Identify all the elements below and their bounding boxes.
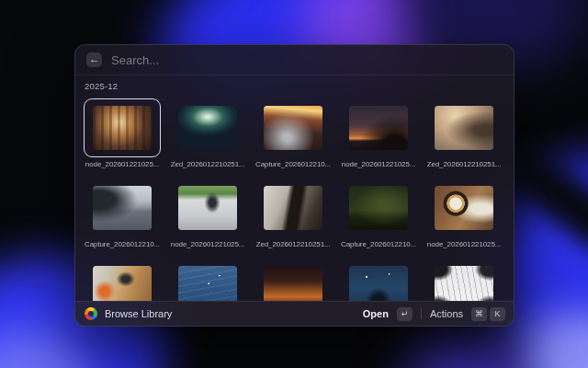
search-bar: ← <box>75 45 514 75</box>
photo-item[interactable] <box>425 259 503 301</box>
photo-item[interactable]: node_202601221025... <box>340 98 417 170</box>
photo-item[interactable] <box>340 259 417 301</box>
library-source-icon <box>85 307 97 320</box>
swimmer-starry-water-thumbnail <box>349 266 408 301</box>
photo-filename: Capture_2026012210... <box>340 240 417 250</box>
road-through-trees-thumbnail <box>178 106 237 150</box>
photo-filename: node_202601221025... <box>169 240 246 250</box>
k-key-icon: K <box>490 307 505 321</box>
photo-thumbnail-frame <box>254 259 332 301</box>
photo-filename: node_202601221025... <box>84 160 161 170</box>
desk-orange-chair-thumbnail <box>93 266 152 301</box>
photo-thumbnail-frame <box>169 178 246 237</box>
photo-thumbnail-frame <box>84 178 161 237</box>
foggy-sepia-tree-thumbnail <box>435 106 493 150</box>
blue-ocean-birds-thumbnail <box>178 266 237 301</box>
photo-thumbnail-frame <box>254 98 332 157</box>
photo-filename: node_202601221025... <box>340 160 417 170</box>
photo-item[interactable] <box>84 259 161 301</box>
cmd-key-icon: ⌘ <box>471 307 487 321</box>
photo-thumbnail-frame <box>340 178 417 237</box>
desert-dunes-dusk-thumbnail <box>264 266 322 301</box>
dusk-sky-tree-silhouette-thumbnail <box>349 106 408 150</box>
photo-item[interactable] <box>169 259 246 301</box>
person-walking-pavement-thumbnail <box>178 186 237 230</box>
library-source-label: Browse Library <box>105 308 172 319</box>
search-input[interactable] <box>111 53 503 67</box>
photo-item[interactable]: node_202601221025... <box>425 178 503 250</box>
photo-thumbnail-frame <box>425 259 503 301</box>
photo-item[interactable]: Zed_2026012210251... <box>425 98 503 170</box>
dark-green-night-sky-thumbnail <box>349 186 408 230</box>
return-key-icon: ↵ <box>397 307 413 321</box>
photo-item[interactable]: Zed_2026012210251... <box>254 178 332 250</box>
results-area: 2025-12 node_202601221025...Zed_20260122… <box>75 75 514 301</box>
photo-item[interactable]: node_202601221025... <box>169 178 246 250</box>
photo-thumbnail-frame <box>425 98 503 157</box>
photo-item[interactable] <box>254 259 332 301</box>
photo-filename: node_202601221025... <box>425 240 503 250</box>
calm-lake-dusk-thumbnail <box>93 186 152 230</box>
photo-grid: node_202601221025...Zed_2026012210251...… <box>84 98 511 301</box>
latte-on-wood-table-thumbnail <box>435 186 493 230</box>
photo-filename: Capture_2026012210... <box>254 160 332 170</box>
photo-item[interactable]: Capture_2026012210... <box>340 178 417 250</box>
sunlit-forest-thumbnail <box>93 106 152 150</box>
photo-thumbnail-frame <box>84 98 161 157</box>
photo-thumbnail-frame <box>254 178 332 237</box>
photo-filename: Zed_2026012210251... <box>425 160 503 170</box>
photo-item[interactable]: node_202601221025... <box>84 98 161 170</box>
photo-item[interactable]: Capture_2026012210... <box>84 178 161 250</box>
actions-button[interactable]: Actions <box>430 308 463 319</box>
photo-thumbnail-frame <box>340 98 417 157</box>
photo-thumbnail-frame <box>169 98 246 157</box>
photo-item[interactable]: Zed_2026012210251... <box>169 98 246 170</box>
footer-divider <box>421 308 422 319</box>
photo-item[interactable]: Capture_2026012210... <box>254 98 332 170</box>
footer-bar: Browse Library Open ↵ Actions ⌘ K <box>75 301 514 326</box>
photo-thumbnail-frame <box>340 259 417 301</box>
back-arrow-icon: ← <box>89 53 99 64</box>
sunset-rocky-stream-thumbnail <box>264 106 322 150</box>
open-button[interactable]: Open <box>363 308 389 319</box>
photo-thumbnail-frame <box>84 259 161 301</box>
section-header-date: 2025-12 <box>85 81 514 91</box>
photo-filename: Zed_2026012210251... <box>254 240 332 250</box>
media-browser-panel: ← 2025-12 node_202601221025...Zed_202601… <box>74 44 514 327</box>
turntable-closeup-thumbnail <box>264 186 322 230</box>
back-button[interactable]: ← <box>86 52 102 67</box>
photo-filename: Capture_2026012210... <box>84 240 161 250</box>
skyscrapers-looking-up-thumbnail <box>435 266 493 301</box>
photo-thumbnail-frame <box>169 259 246 301</box>
photo-filename: Zed_2026012210251... <box>169 160 246 170</box>
photo-thumbnail-frame <box>425 178 503 237</box>
